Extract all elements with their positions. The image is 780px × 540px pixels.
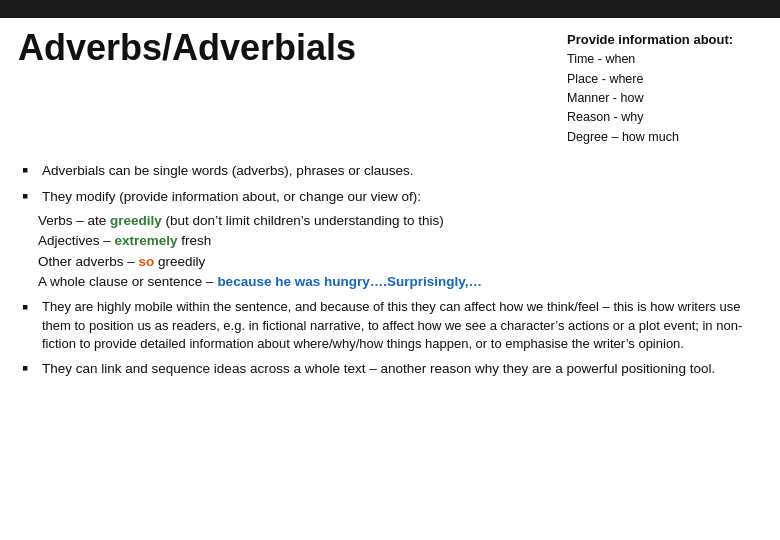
info-item-5: Degree – how much — [567, 128, 762, 147]
sub-4-highlight: because he was hungry….Surprisingly,… — [217, 274, 482, 289]
sub-item-1: Verbs – ate greedily (but don’t limit ch… — [38, 211, 482, 231]
info-item-2: Place - where — [567, 70, 762, 89]
sub-4-prefix: A whole clause or sentence – — [38, 274, 217, 289]
sub-list: Verbs – ate greedily (but don’t limit ch… — [22, 211, 482, 293]
sub-item-4: A whole clause or sentence – because he … — [38, 272, 482, 292]
sub-1-prefix: Verbs – ate — [38, 213, 110, 228]
bullet-3-text: They are highly mobile within the senten… — [42, 298, 758, 354]
bullet-list: ▪ Adverbials can be single words (adverb… — [22, 161, 758, 380]
sub-item-3: Other adverbs – so greedily — [38, 252, 482, 272]
sub-2-prefix: Adjectives – — [38, 233, 115, 248]
sub-item-2: Adjectives – extremely fresh — [38, 231, 482, 251]
bullet-1-text: Adverbials can be single words (adverbs)… — [42, 161, 413, 181]
bullet-4-text: They can link and sequence ideas across … — [42, 359, 715, 379]
sub-1-suffix: (but don’t limit children’s understandin… — [162, 213, 444, 228]
bullet-3: ▪ They are highly mobile within the sent… — [22, 298, 758, 354]
sub-3-highlight: so — [139, 254, 155, 269]
bullet-2: ▪ They modify (provide information about… — [22, 187, 758, 293]
info-item-1: Time - when — [567, 50, 762, 69]
info-box: Provide information about: Time - when P… — [567, 28, 762, 147]
bullet-4: ▪ They can link and sequence ideas acros… — [22, 359, 758, 380]
bullet-symbol-4: ▪ — [22, 357, 38, 380]
info-item-4: Reason - why — [567, 108, 762, 127]
sub-1-highlight: greedily — [110, 213, 162, 228]
sub-3-suffix: greedily — [154, 254, 205, 269]
info-heading: Provide information about: — [567, 30, 762, 50]
top-banner — [0, 0, 780, 18]
sub-2-highlight: extremely — [115, 233, 178, 248]
bullet-1: ▪ Adverbials can be single words (adverb… — [22, 161, 758, 182]
main-title: Adverbs/Adverbials — [18, 28, 567, 68]
header-area: Adverbs/Adverbials Provide information a… — [0, 18, 780, 153]
bullet-symbol-2: ▪ — [22, 185, 38, 208]
sub-3-prefix: Other adverbs – — [38, 254, 139, 269]
title-block: Adverbs/Adverbials — [18, 28, 567, 68]
bullet-2-intro: They modify (provide information about, … — [42, 187, 421, 207]
bullet-symbol-3: ▪ — [22, 296, 38, 319]
bullet-symbol-1: ▪ — [22, 159, 38, 182]
content-area: ▪ Adverbials can be single words (adverb… — [0, 153, 780, 393]
slide: Adverbs/Adverbials Provide information a… — [0, 0, 780, 540]
info-item-3: Manner - how — [567, 89, 762, 108]
sub-2-suffix: fresh — [178, 233, 212, 248]
